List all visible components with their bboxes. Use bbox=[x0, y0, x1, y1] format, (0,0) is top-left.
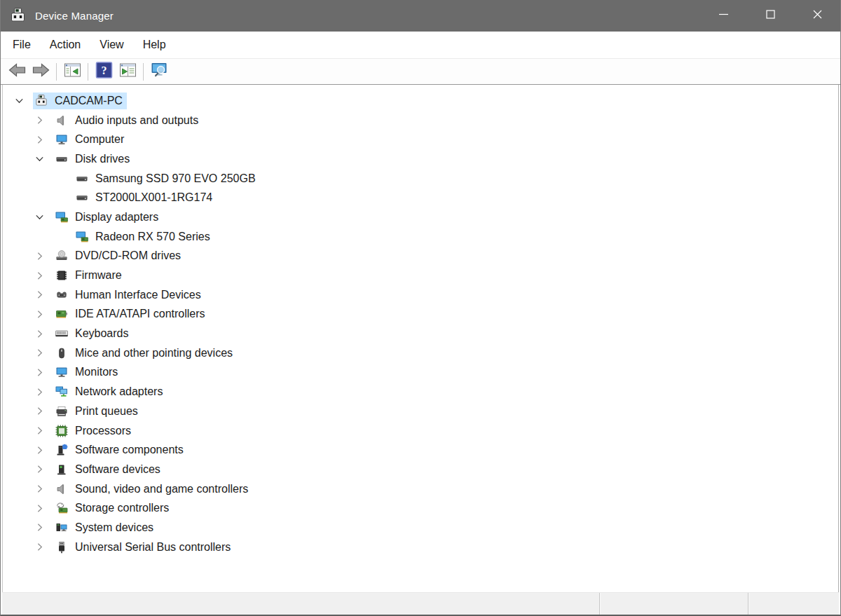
menu-help[interactable]: Help bbox=[143, 39, 166, 51]
row-content: Storage controllers bbox=[53, 500, 173, 516]
software-component-icon bbox=[55, 443, 69, 457]
tree-item-label: ST2000LX001-1RG174 bbox=[95, 191, 212, 204]
chevron-right-icon[interactable] bbox=[34, 482, 53, 496]
help-button[interactable]: ? bbox=[92, 61, 116, 82]
status-section bbox=[2, 593, 599, 615]
chevron-right-icon[interactable] bbox=[34, 365, 53, 379]
row-content: Computer bbox=[53, 131, 128, 148]
chevron-right-icon[interactable] bbox=[34, 307, 53, 321]
close-icon bbox=[812, 9, 823, 22]
tree-item-st2000lx001-1rg174[interactable]: ST2000LX001-1RG174 bbox=[3, 188, 838, 207]
tree-item-software-devices[interactable]: Software devices bbox=[3, 460, 838, 479]
chevron-right-icon[interactable] bbox=[34, 268, 53, 282]
chevron-right-icon[interactable] bbox=[34, 463, 53, 477]
tree-item-label: Software devices bbox=[75, 463, 160, 476]
window-tree-icon bbox=[63, 62, 82, 81]
menu-file[interactable]: File bbox=[13, 39, 31, 51]
forward-button[interactable] bbox=[29, 61, 53, 82]
chevron-right-icon[interactable] bbox=[34, 521, 53, 535]
row-content: Print queues bbox=[53, 403, 142, 420]
row-content: Software components bbox=[53, 442, 188, 458]
tree-item-label: Radeon RX 570 Series bbox=[95, 231, 210, 243]
toggle-console-tree-button[interactable] bbox=[60, 61, 84, 82]
tree-item-label: Firmware bbox=[75, 269, 122, 282]
row-content: Mice and other pointing devices bbox=[53, 345, 237, 362]
tree-item-keyboards[interactable]: Keyboards bbox=[3, 324, 838, 343]
chevron-right-icon[interactable] bbox=[34, 327, 53, 341]
chevron-right-icon[interactable] bbox=[34, 443, 53, 457]
tree-item-label: Network adapters bbox=[75, 385, 163, 398]
tree-item-cadcam-pc[interactable]: CADCAM-PC bbox=[3, 91, 838, 111]
chevron-down-icon[interactable] bbox=[34, 210, 53, 224]
toolbar-separator bbox=[56, 63, 57, 81]
chevron-down-icon[interactable] bbox=[34, 152, 53, 166]
tree-item-label: Human Interface Devices bbox=[75, 289, 201, 301]
tree-item-dvd-cd-rom-drives[interactable]: DVD/CD-ROM drives bbox=[3, 247, 838, 266]
tree-item-audio-inputs-and-outputs[interactable]: Audio inputs and outputs bbox=[3, 111, 838, 130]
chevron-right-icon[interactable] bbox=[34, 114, 53, 128]
tree-item-sound-video-and-game-controllers[interactable]: Sound, video and game controllers bbox=[3, 479, 838, 499]
chevron-right-icon[interactable] bbox=[34, 385, 53, 399]
row-content: Network adapters bbox=[53, 383, 167, 400]
storage-icon bbox=[55, 501, 69, 515]
printer-icon bbox=[55, 404, 69, 418]
tree-item-mice-and-other-pointing-devices[interactable]: Mice and other pointing devices bbox=[3, 343, 838, 363]
chevron-right-icon[interactable] bbox=[34, 540, 53, 554]
menu-action[interactable]: Action bbox=[50, 39, 81, 51]
menu-view[interactable]: View bbox=[100, 39, 123, 51]
chevron-right-icon[interactable] bbox=[34, 249, 53, 263]
back-button[interactable] bbox=[5, 61, 29, 82]
tree-item-print-queues[interactable]: Print queues bbox=[3, 402, 838, 421]
device-tree: CADCAM-PCAudio inputs and outputsCompute… bbox=[2, 85, 839, 592]
tree-item-display-adapters[interactable]: Display adapters bbox=[3, 207, 838, 227]
tree-item-storage-controllers[interactable]: Storage controllers bbox=[3, 498, 838, 518]
chevron-right-icon[interactable] bbox=[34, 346, 53, 360]
toggle-action-pane-button[interactable] bbox=[116, 61, 139, 82]
chevron-right-icon[interactable] bbox=[34, 424, 53, 438]
tree-item-human-interface-devices[interactable]: Human Interface Devices bbox=[3, 285, 838, 305]
maximize-button[interactable] bbox=[747, 0, 794, 32]
row-content: Radeon RX 570 Series bbox=[74, 228, 214, 245]
tree-item-processors[interactable]: Processors bbox=[3, 421, 838, 441]
status-bar bbox=[2, 592, 839, 615]
row-content: System devices bbox=[53, 519, 158, 536]
status-section bbox=[751, 593, 839, 615]
chevron-right-icon[interactable] bbox=[34, 288, 53, 302]
chevron-right-icon[interactable] bbox=[34, 132, 53, 146]
tree-item-system-devices[interactable]: System devices bbox=[3, 518, 838, 538]
status-section bbox=[602, 593, 748, 615]
close-button[interactable] bbox=[794, 0, 841, 32]
speaker-icon bbox=[55, 482, 69, 496]
tree-item-samsung-ssd-970-evo-250gb[interactable]: Samsung SSD 970 EVO 250GB bbox=[3, 169, 838, 189]
chevron-down-icon[interactable] bbox=[13, 94, 33, 108]
tree-item-ide-ata-atapi-controllers[interactable]: IDE ATA/ATAPI controllers bbox=[3, 305, 838, 324]
selected-row-highlight: CADCAM-PC bbox=[33, 93, 127, 109]
row-content: Audio inputs and outputs bbox=[53, 112, 203, 129]
svg-text:?: ? bbox=[101, 64, 107, 76]
disk-icon bbox=[75, 172, 89, 186]
scan-hardware-changes-button[interactable] bbox=[147, 61, 171, 82]
menu-bar: File Action View Help bbox=[1, 32, 840, 59]
ide-icon bbox=[55, 307, 69, 321]
tree-item-computer[interactable]: Computer bbox=[3, 130, 838, 149]
tree-item-label: CADCAM-PC bbox=[55, 95, 123, 107]
tree-item-universal-serial-bus-controllers[interactable]: Universal Serial Bus controllers bbox=[3, 538, 838, 557]
tree-item-disk-drives[interactable]: Disk drives bbox=[3, 149, 838, 169]
chevron-right-icon[interactable] bbox=[34, 501, 53, 515]
chevron-spacer bbox=[54, 191, 74, 205]
chevron-right-icon[interactable] bbox=[34, 404, 53, 418]
toolbar-separator bbox=[88, 63, 88, 81]
row-content: Keyboards bbox=[53, 325, 133, 342]
row-content: ST2000LX001-1RG174 bbox=[74, 189, 217, 206]
tree-item-firmware[interactable]: Firmware bbox=[3, 266, 838, 285]
tree-item-monitors[interactable]: Monitors bbox=[3, 363, 838, 383]
tree-item-radeon-rx-570-series[interactable]: Radeon RX 570 Series bbox=[3, 227, 838, 247]
hid-icon bbox=[55, 288, 69, 302]
minimize-button[interactable] bbox=[700, 0, 747, 32]
tree-item-network-adapters[interactable]: Network adapters bbox=[3, 382, 838, 402]
tree-item-software-components[interactable]: Software components bbox=[3, 440, 838, 460]
window-controls bbox=[700, 0, 841, 32]
mouse-icon bbox=[55, 346, 69, 360]
tree-item-label: Sound, video and game controllers bbox=[75, 483, 248, 495]
tree-item-label: IDE ATA/ATAPI controllers bbox=[75, 308, 205, 320]
